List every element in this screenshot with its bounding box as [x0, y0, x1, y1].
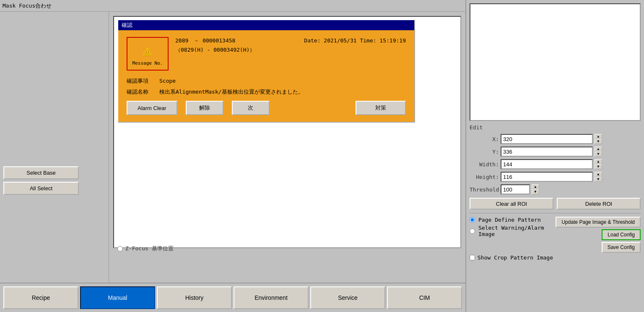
- threshold-label: Threshold:: [470, 186, 499, 193]
- x-spin-up[interactable]: ▲: [595, 134, 602, 139]
- left-panel: Mask Focus合わせ Select Base All Select Z-F…: [0, 0, 465, 312]
- sidebar: Select Base All Select: [0, 12, 109, 286]
- field1-value: Scope: [159, 78, 176, 84]
- x-spin-down[interactable]: ▼: [595, 139, 602, 144]
- field2-label: 確認名称: [127, 88, 156, 96]
- y-label: Y:: [470, 149, 499, 155]
- dialog-fields: 確認事項 Scope 確認名称 検出系AlignmentMask/基板検出位置が…: [127, 77, 406, 96]
- show-crop-label: Show Crop Pattern Image: [478, 254, 553, 261]
- right-panel: Edit X: ▲ ▼ Y: ▲ ▼ Widt: [465, 0, 644, 312]
- clear-all-roi-button[interactable]: Clear all ROI: [470, 198, 553, 210]
- field1-label: 確認事項: [127, 77, 156, 85]
- y-spinner[interactable]: ▲ ▼: [595, 147, 602, 157]
- threshold-input[interactable]: [501, 184, 530, 194]
- delete-roi-button[interactable]: Delete ROI: [557, 198, 641, 210]
- dialog-info: 2089 － 0000013458 Date: 2021/05/31 Time:…: [175, 37, 406, 55]
- update-page-image-button[interactable]: Update Page Image & Threshold: [556, 217, 641, 228]
- x-spinner[interactable]: ▲ ▼: [595, 134, 602, 144]
- right-bottom-row: Page Define Pattern Select Warning/Alarm…: [470, 217, 641, 253]
- history-nav-button[interactable]: History: [157, 286, 232, 309]
- width-spin-up[interactable]: ▲: [595, 159, 602, 164]
- threshold-spinner[interactable]: ▲ ▼: [532, 184, 539, 194]
- right-bottom-buttons: Update Page Image & Threshold Load Confi…: [556, 217, 641, 253]
- dialog-buttons: Alarm Clear 解除 次 対策: [127, 101, 406, 115]
- bottom-section: Page Define Pattern Select Warning/Alarm…: [470, 213, 641, 261]
- field2-row: 確認名称 検出系AlignmentMask/基板検出位置が変更されました。: [127, 88, 406, 96]
- radio-row-2: Select Warning/Alarm Image: [470, 225, 556, 237]
- next-button[interactable]: 次: [232, 101, 270, 115]
- edit-label: Edit: [470, 124, 641, 131]
- message-no-label: Message No.: [132, 60, 163, 66]
- height-spin-up[interactable]: ▲: [595, 172, 602, 177]
- all-select-button[interactable]: All Select: [3, 182, 79, 195]
- radio-group: Page Define Pattern Select Warning/Alarm…: [470, 217, 556, 239]
- release-button[interactable]: 解除: [186, 101, 223, 115]
- page-define-label: Page Define Pattern: [478, 217, 541, 223]
- mask-focus-bar: Mask Focus合わせ: [0, 0, 465, 12]
- x-field-row: X: ▲ ▼: [470, 134, 641, 144]
- msg-number-row: 2089 － 0000013458 Date: 2021/05/31 Time:…: [175, 37, 406, 45]
- threshold-spin-down[interactable]: ▼: [532, 189, 539, 194]
- warning-box: ⚠ Message No.: [127, 37, 169, 71]
- right-image-area: [470, 3, 641, 121]
- width-input[interactable]: [501, 159, 593, 169]
- recipe-nav-button[interactable]: Recipe: [3, 286, 78, 309]
- date-time: Date: 2021/05/31 Time: 15:19:19: [304, 37, 406, 44]
- x-input[interactable]: [501, 134, 593, 144]
- select-warning-label: Select Warning/Alarm Image: [478, 225, 556, 237]
- dialog-titlebar: 確認: [118, 20, 414, 30]
- field2-value: 検出系AlignmentMask/基板検出位置が変更されました。: [159, 88, 304, 96]
- roi-button-row: Clear all ROI Delete ROI: [470, 198, 641, 210]
- height-spinner[interactable]: ▲ ▼: [595, 172, 602, 182]
- y-field-row: Y: ▲ ▼: [470, 147, 641, 157]
- environment-nav-button[interactable]: Environment: [234, 286, 309, 309]
- load-config-button[interactable]: Load Config: [602, 229, 641, 240]
- dialog-box: 確認 ⚠ Message No.: [117, 19, 415, 123]
- main-container: Mask Focus合わせ Select Base All Select Z-F…: [0, 0, 644, 312]
- y-input[interactable]: [501, 147, 593, 157]
- checkbox-row: Show Crop Pattern Image: [470, 254, 641, 261]
- msg-sub: （0829(H) - 00003492(H)）: [175, 46, 255, 54]
- measures-button[interactable]: 対策: [356, 101, 406, 115]
- msg-number: 2089 － 0000013458: [175, 37, 235, 45]
- threshold-field-row: Threshold: ▲ ▼: [470, 184, 641, 194]
- height-label: Height:: [470, 174, 499, 180]
- center-content: Z-Focus 基準位置 確認: [109, 12, 465, 286]
- width-spin-down[interactable]: ▼: [595, 164, 602, 169]
- service-nav-button[interactable]: Service: [310, 286, 385, 309]
- height-input[interactable]: [501, 172, 593, 182]
- dialog-overlay: 確認 ⚠ Message No.: [109, 12, 465, 286]
- dialog-content: ⚠ Message No. 2089 － 0000013458 Date: 20…: [118, 30, 414, 122]
- dialog-header-row: ⚠ Message No. 2089 － 0000013458 Date: 20…: [127, 37, 406, 71]
- width-label: Width:: [470, 161, 499, 168]
- x-label: X:: [470, 136, 499, 142]
- manual-nav-button[interactable]: Manual: [80, 286, 155, 309]
- mask-focus-label: Mask Focus合わせ: [3, 2, 52, 10]
- edit-section: Edit X: ▲ ▼ Y: ▲ ▼ Widt: [470, 124, 641, 210]
- save-config-button[interactable]: Save Config: [602, 242, 641, 253]
- alarm-clear-button[interactable]: Alarm Clear: [127, 101, 177, 115]
- select-warning-radio[interactable]: [470, 228, 475, 234]
- radio-row-1: Page Define Pattern: [470, 217, 556, 223]
- y-spin-up[interactable]: ▲: [595, 147, 602, 152]
- width-field-row: Width: ▲ ▼: [470, 159, 641, 169]
- height-field-row: Height: ▲ ▼: [470, 172, 641, 182]
- field1-row: 確認事項 Scope: [127, 77, 406, 85]
- threshold-spin-up[interactable]: ▲: [532, 184, 539, 189]
- height-spin-down[interactable]: ▼: [595, 177, 602, 182]
- y-spin-down[interactable]: ▼: [595, 152, 602, 157]
- page-define-radio[interactable]: [470, 217, 475, 223]
- dialog-title: 確認: [122, 21, 132, 29]
- show-crop-checkbox[interactable]: [470, 255, 475, 260]
- cim-nav-button[interactable]: CIM: [387, 286, 462, 309]
- warning-icon: ⚠: [143, 42, 152, 59]
- width-spinner[interactable]: ▲ ▼: [595, 159, 602, 169]
- bottom-nav: Recipe Manual History Environment Servic…: [0, 283, 465, 312]
- select-base-button[interactable]: Select Base: [3, 166, 79, 179]
- msg-sub-row: （0829(H) - 00003492(H)）: [175, 46, 406, 54]
- content-area: Select Base All Select Z-Focus 基準位置: [0, 12, 465, 286]
